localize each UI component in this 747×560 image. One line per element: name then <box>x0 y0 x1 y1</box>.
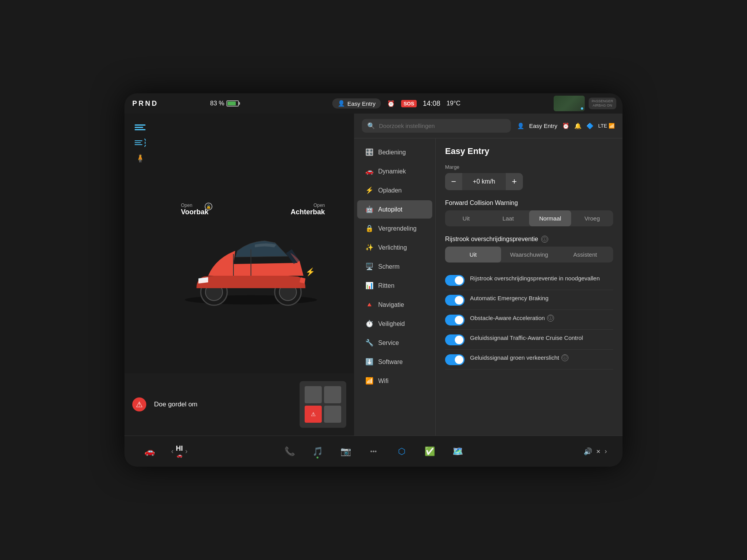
nav-arrows: ‹ HI 🚗 › <box>171 444 188 458</box>
lane-info-icon[interactable]: ⓘ <box>541 236 548 243</box>
sidebar-item-autopilot[interactable]: 🤖 Autopilot <box>357 200 432 219</box>
taskbar: 🚗 ‹ HI 🚗 › 📞 🎵 📷 ••• ⬡ ✅ <box>124 436 622 467</box>
sos-button[interactable]: SOS <box>401 100 416 107</box>
lane-waarschuwing-button[interactable]: Waarschuwing <box>501 247 557 262</box>
lights-icon <box>135 124 146 130</box>
foglight-icon <box>135 138 146 147</box>
seatbelt-indicator: 🧍 <box>132 152 148 164</box>
toggle-rijstrook-nood: Rijstrook overschrijdingspreventie in no… <box>445 270 613 290</box>
seat-diagram: ⚠ <box>300 381 346 428</box>
tesla-screen: PRND 83 % 👤 Easy Entry ⏰ SOS 14:08 19°C <box>124 93 622 467</box>
obstacle-info-icon[interactable]: ⓘ <box>547 315 554 322</box>
service-label: Service <box>378 340 399 346</box>
camera-taskbar-item[interactable]: 📷 <box>336 442 355 461</box>
alarm-icon-header[interactable]: ⏰ <box>562 122 570 130</box>
sidebar-item-software[interactable]: ⬇️ Software <box>357 353 432 371</box>
temperature: 19°C <box>447 100 461 107</box>
sidebar-item-dynamiek[interactable]: 🚗 Dynamiek <box>357 162 432 180</box>
toggle-cruise-sound-switch[interactable] <box>445 334 465 345</box>
toggle-aeb-label: Automatic Emergency Braking <box>470 294 613 302</box>
spotify-taskbar-item[interactable]: 🎵 <box>308 442 327 461</box>
toggle-obstacle-label: Obstacle-Aware Acceleration ⓘ <box>470 314 613 322</box>
sidebar-item-opladen[interactable]: ⚡ Opladen <box>357 181 432 200</box>
sidebar-item-wifi[interactable]: 📶 Wifi <box>357 372 432 390</box>
traffic-light-info-icon[interactable]: ⓘ <box>561 354 568 361</box>
camera-icon: 📷 <box>340 446 351 457</box>
scherm-label: Scherm <box>378 263 400 270</box>
header-right: 👤 Easy Entry ⏰ 🔔 🔷 LTE 📶 <box>517 122 615 130</box>
car-model: Open Voorbak 🔓 Open Achterbak <box>177 203 325 300</box>
search-input[interactable] <box>379 122 505 129</box>
sidebar-item-ritten[interactable]: 📊 Ritten <box>357 276 432 295</box>
dynamiek-label: Dynamiek <box>378 168 406 175</box>
toggle-obstacle: Obstacle-Aware Acceleration ⓘ <box>445 310 613 330</box>
nav-prev-arrow[interactable]: ‹ <box>171 447 174 455</box>
mute-icon[interactable]: ✕ <box>596 448 601 455</box>
ritten-label: Ritten <box>378 282 395 289</box>
profile-badge[interactable]: 👤 Easy Entry <box>332 98 381 108</box>
fcw-label: Forward Collision Warning <box>445 200 613 206</box>
warning-area: ⚠ Doe gordel om ⚠ <box>124 373 354 436</box>
fcw-normaal-button[interactable]: Normaal <box>529 210 571 226</box>
speed-value: +0 km/h <box>462 178 506 185</box>
bluetooth-taskbar-item[interactable]: ⬡ <box>392 442 411 461</box>
lane-uit-button[interactable]: Uit <box>445 247 501 262</box>
lane-label: Rijstrook overschrijdingspreventie ⓘ <box>445 236 613 243</box>
bluetooth-icon-header[interactable]: 🔷 <box>586 122 594 130</box>
sidebar-item-navigatie[interactable]: 🔺 Navigatie <box>357 296 432 314</box>
profile-name-header: Easy Entry <box>529 122 558 129</box>
vergrendeling-icon: 🔒 <box>365 224 374 233</box>
alarm-icon[interactable]: ⏰ <box>387 100 395 107</box>
software-label: Software <box>378 359 403 366</box>
main-content: 🧍 Open Voorbak 🔓 Open Acht <box>124 114 622 436</box>
opladen-icon: ⚡ <box>365 186 374 194</box>
profile-name: Easy Entry <box>347 100 376 107</box>
bell-icon-header[interactable]: 🔔 <box>574 122 582 130</box>
lights-indicator <box>132 121 148 133</box>
fcw-laat-button[interactable]: Laat <box>487 210 529 226</box>
car-tab[interactable]: 🚗 <box>140 442 159 461</box>
more-taskbar-item[interactable]: ••• <box>364 442 383 461</box>
warning-icon: ⚠ <box>132 397 146 411</box>
vergrendeling-label: Vergrendeling <box>378 225 417 232</box>
seat-rr <box>324 406 341 423</box>
speed-increase-button[interactable]: + <box>506 173 523 190</box>
tasks-icon: ✅ <box>424 446 435 457</box>
toggle-obstacle-switch[interactable] <box>445 315 465 326</box>
seatbelt-icon: 🧍 <box>135 154 145 163</box>
seat-grid: ⚠ <box>302 383 344 426</box>
bediening-icon: 🎛️ <box>365 148 374 156</box>
settings-nav: 🎛️ Bediening 🚗 Dynamiek ⚡ Opladen 🤖 Auto… <box>354 138 436 436</box>
toggle-cruise-sound: Geluidssignaal Traffic-Aware Cruise Cont… <box>445 330 613 350</box>
opladen-label: Opladen <box>378 187 402 194</box>
toggle-traffic-light-switch[interactable] <box>445 354 465 365</box>
sidebar-item-verlichting[interactable]: ✨ Verlichting <box>357 238 432 257</box>
profile-icon: 👤 <box>338 100 345 107</box>
maps-taskbar-item[interactable]: 🗺️ <box>448 442 467 461</box>
toggle-aeb-switch[interactable] <box>445 295 465 306</box>
toggle-rijstrook-nood-switch[interactable] <box>445 275 465 286</box>
fcw-uit-button[interactable]: Uit <box>445 210 487 226</box>
sidebar-item-vergrendeling[interactable]: 🔒 Vergrendeling <box>357 219 432 238</box>
sidebar-item-bediening[interactable]: 🎛️ Bediening <box>357 143 432 161</box>
lane-assistent-button[interactable]: Assistent <box>557 247 613 262</box>
achterbak-label[interactable]: Open Achterbak <box>291 203 325 216</box>
sidebar-item-scherm[interactable]: 🖥️ Scherm <box>357 257 432 276</box>
volume-up-arrow[interactable]: › <box>605 447 607 455</box>
nav-next-arrow[interactable]: › <box>185 447 188 455</box>
search-box[interactable]: 🔍 <box>362 119 511 133</box>
fcw-vroeg-button[interactable]: Vroeg <box>571 210 613 226</box>
navigatie-icon: 🔺 <box>365 301 374 309</box>
autopilot-icon: 🤖 <box>365 205 374 214</box>
voorbak-label[interactable]: Open Voorbak 🔓 <box>181 203 209 216</box>
sidebar-item-veiligheid[interactable]: ⏱️ Veiligheid <box>357 315 432 333</box>
verlichting-icon: ✨ <box>365 243 374 252</box>
tasks-taskbar-item[interactable]: ✅ <box>420 442 439 461</box>
phone-taskbar-item[interactable]: 📞 <box>280 442 299 461</box>
speed-decrease-button[interactable]: − <box>445 173 462 190</box>
right-status-area: PASSENGER AIRBAG ON <box>554 96 622 111</box>
volume-control: 🔊 ✕ › <box>584 447 607 456</box>
sidebar-item-service[interactable]: 🔧 Service <box>357 334 432 352</box>
service-icon: 🔧 <box>365 339 374 347</box>
lane-section: Rijstrook overschrijdingspreventie ⓘ Uit… <box>445 236 613 262</box>
